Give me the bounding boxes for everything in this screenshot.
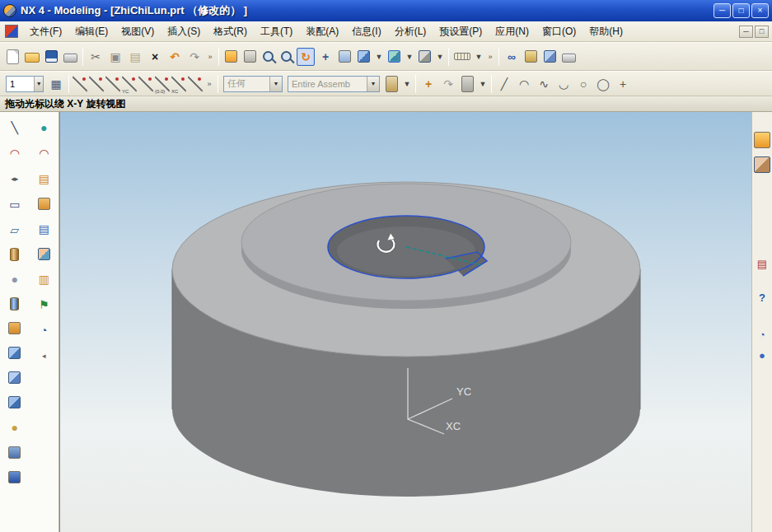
minimize-button[interactable]: ─ (714, 3, 731, 18)
selection-handles-button[interactable]: + (419, 76, 437, 92)
overflow-chevron-2[interactable]: » (485, 48, 495, 66)
object-display-dropdown[interactable]: ▼ (402, 76, 412, 92)
close-button[interactable]: × (751, 3, 769, 18)
ellipse-tool-button[interactable]: ◯ (594, 76, 612, 92)
layer-input[interactable] (7, 79, 34, 89)
render-style-dropdown[interactable]: ▼ (435, 48, 445, 66)
clock-icon[interactable]: ◔ (35, 321, 53, 339)
snap-point-button[interactable] (73, 76, 87, 92)
measure-distance-button[interactable] (454, 53, 470, 60)
selection-scope-combo[interactable]: Entire Assemb ▼ (288, 76, 380, 92)
rectangle-curve-icon[interactable]: ▭ (6, 195, 24, 213)
overflow-chevron-3[interactable]: » (204, 76, 214, 92)
copy-button[interactable]: ▣ (106, 48, 124, 66)
menu-preferences[interactable]: 预设置(P) (433, 22, 489, 41)
sphere-feature-icon[interactable]: ● (6, 270, 24, 288)
menu-file[interactable]: 文件(F) (23, 22, 68, 41)
hole-feature-icon[interactable]: ● (6, 418, 24, 436)
mid-point-button[interactable] (105, 76, 120, 92)
maximize-button[interactable]: □ (732, 3, 750, 18)
display-analysis-button[interactable]: ∞ (503, 48, 521, 66)
point-tool-button[interactable]: + (614, 76, 632, 92)
fillet-curve-icon[interactable]: ◠ (35, 144, 53, 162)
intersection-point-button[interactable] (138, 76, 153, 92)
selection-filter-combo[interactable]: 任何 ▼ (223, 76, 283, 92)
arc-tool-button[interactable]: ◠ (515, 76, 533, 92)
orient-sphere-icon[interactable]: ● (35, 119, 53, 137)
spline-tool-button[interactable]: ∿ (535, 76, 553, 92)
end-point-button[interactable] (89, 76, 104, 92)
print-button[interactable] (63, 54, 77, 63)
menu-window[interactable]: 窗口(O) (536, 22, 583, 41)
menu-format[interactable]: 格式(R) (207, 22, 254, 41)
menu-tools[interactable]: 工具(T) (254, 22, 299, 41)
revolve-feature-icon[interactable] (8, 396, 21, 408)
render-style-button[interactable] (419, 50, 431, 63)
rotate-view-button[interactable]: ↻ (297, 48, 315, 66)
assembly-navigator-icon[interactable] (754, 156, 770, 173)
menu-information[interactable]: 信息(I) (345, 22, 387, 41)
redo-button[interactable]: ↷ (185, 48, 204, 66)
graphics-viewport[interactable]: YC XC (59, 112, 751, 532)
resource-views-icon[interactable] (754, 132, 770, 148)
reset-orientation-button[interactable]: ↷ (439, 76, 457, 92)
sketch-icon[interactable] (8, 471, 21, 483)
arc-center-button[interactable]: (0.0) (155, 76, 170, 92)
pocket-feature-icon[interactable] (8, 322, 21, 334)
pan-view-button[interactable]: + (316, 48, 335, 66)
child-restore-button[interactable]: □ (755, 26, 769, 38)
layer-combo-dropdown-icon[interactable]: ▼ (34, 77, 43, 91)
show-hide-button[interactable] (544, 50, 556, 63)
selection-filter-dropdown-icon[interactable]: ▼ (269, 77, 282, 91)
part-body[interactable] (172, 182, 640, 497)
new-button[interactable] (7, 49, 19, 64)
snapshot-button[interactable] (562, 54, 576, 63)
child-minimize-button[interactable]: ─ (739, 26, 753, 38)
layer-combo[interactable]: ▼ (6, 76, 44, 92)
viewport-canvas[interactable]: YC XC (60, 112, 751, 532)
menu-help[interactable]: 帮助(H) (583, 22, 629, 41)
extrude-feature-icon[interactable] (8, 371, 21, 384)
wcs-display-icon[interactable] (38, 198, 50, 210)
overflow-chevron[interactable]: » (205, 48, 215, 66)
zoom-box-button[interactable] (260, 49, 277, 65)
menu-application[interactable]: 应用(N) (489, 22, 536, 41)
collapse-arrows[interactable]: ◂▸ (8, 170, 21, 188)
history-icon[interactable]: ◔ (754, 326, 770, 343)
menu-insert[interactable]: 插入(S) (161, 22, 207, 41)
shaded-display-button[interactable] (358, 50, 370, 63)
selection-scope-dropdown-icon[interactable]: ▼ (367, 77, 379, 91)
arc-curve-icon[interactable]: ◠ (6, 144, 24, 162)
undo-button[interactable]: ↶ (166, 48, 184, 66)
paste-button[interactable]: ▤ (126, 48, 144, 66)
menu-view[interactable]: 视图(V) (115, 22, 161, 41)
zoom-in-out-button[interactable] (278, 49, 295, 65)
edit-object-display-button[interactable] (525, 50, 537, 63)
existing-point-button[interactable] (188, 76, 203, 92)
datum-plane-icon[interactable]: ▱ (6, 221, 24, 239)
menu-assemblies[interactable]: 装配(A) (299, 22, 345, 41)
line-tool-button[interactable]: ╱ (495, 76, 513, 92)
help-icon[interactable]: ? (754, 289, 770, 306)
cut-button[interactable]: ✂ (87, 48, 105, 66)
control-point-button[interactable]: YC (122, 76, 137, 92)
object-display-button[interactable] (386, 76, 398, 92)
save-button[interactable] (45, 50, 58, 63)
circle-tool-button[interactable]: ○ (574, 76, 592, 92)
constraints-button[interactable] (461, 76, 474, 92)
menu-analysis[interactable]: 分析(L) (388, 22, 433, 41)
menu-edit[interactable]: 编辑(E) (68, 22, 115, 41)
layer-settings-button[interactable]: ▦ (47, 76, 65, 92)
unite-boolean-icon[interactable] (8, 446, 21, 459)
part-navigator-icon[interactable]: ▤ (754, 255, 770, 272)
cylinder-feature-icon[interactable] (10, 248, 19, 261)
pad-feature-icon[interactable] (8, 347, 21, 359)
line-curve-icon[interactable]: ╲ (6, 119, 24, 137)
open-button[interactable] (25, 53, 40, 63)
flag-icon[interactable]: ⚑ (35, 296, 53, 314)
boss-feature-icon[interactable] (10, 297, 19, 310)
assembly-icon[interactable] (38, 248, 50, 260)
orient-view-dropdown[interactable]: ▼ (405, 48, 414, 66)
perspective-view-button[interactable] (339, 50, 351, 63)
quadrant-point-button[interactable]: XC (171, 76, 186, 92)
